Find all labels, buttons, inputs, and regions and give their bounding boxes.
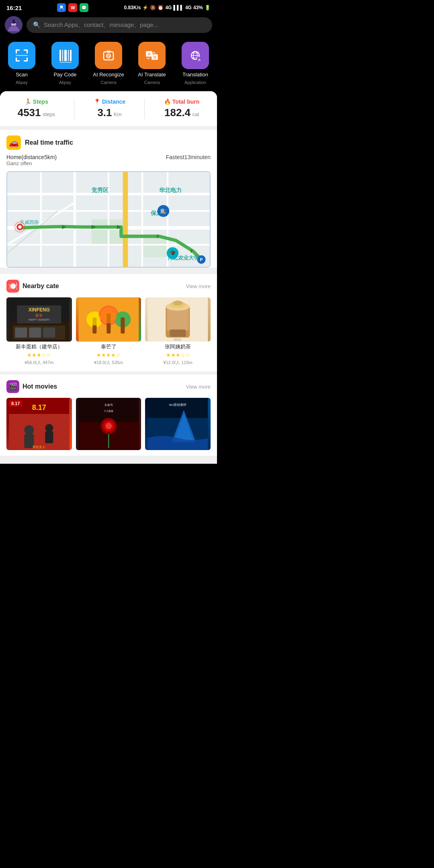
- traffic-header: 🚗 Real time traffic: [0, 130, 217, 154]
- traffic-icon: 🚗: [6, 135, 21, 150]
- svg-text:🚉: 🚉: [160, 208, 166, 214]
- food-item-2[interactable]: 泰芒了 ★★★★☆ ¥18.0/人 535m: [76, 297, 141, 366]
- svg-point-89: [88, 313, 100, 326]
- svg-rect-81: [43, 328, 55, 338]
- distance-value: 3.1 Km: [97, 106, 121, 119]
- app-paycode[interactable]: Pay Code Alipay: [47, 42, 83, 85]
- food-section-header: 🍽️ Nearby cate View more: [6, 280, 211, 293]
- svg-rect-22: [59, 62, 72, 63]
- paycode-label: Pay Code: [53, 72, 76, 78]
- status-bar: 16:21 W 💬 0.83K/s ⚡ 🔕 ⏰ 4G ▌▌▌ 4G 43% 🔋: [0, 0, 217, 14]
- movie-image-1: 8.17 8.17 那北女人: [6, 398, 72, 450]
- svg-point-104: [45, 424, 53, 432]
- traffic-info: Home(distance5km) Ganz offen Fastest13mi…: [0, 154, 217, 170]
- movie-item-3[interactable]: WJ原创测评: [145, 398, 211, 450]
- translation-icon: A: [182, 42, 209, 69]
- food-item-3[interactable]: 四北信 张阿姨奶茶 ★★★☆☆ ¥12.0/人 115m: [145, 297, 211, 366]
- paycode-sublabel: Alipay: [59, 80, 71, 85]
- svg-text:文: 文: [154, 55, 156, 59]
- svg-text:新丰: 新丰: [35, 313, 43, 317]
- app-aitranslate[interactable]: A 文 AI Translate Camera: [134, 42, 170, 85]
- food-info-3: ¥12.0/人 115m: [145, 360, 211, 366]
- svg-point-90: [100, 307, 117, 323]
- steps-divider-1: [74, 98, 74, 119]
- svg-text:AI: AI: [107, 54, 111, 58]
- movie-item-2[interactable]: 头条号 十大悬疑: [76, 398, 141, 450]
- movie-badge-1: 8.17: [9, 400, 22, 407]
- svg-text:天威西路: 天威西路: [20, 220, 39, 225]
- scan-label: Scan: [16, 72, 28, 78]
- svg-rect-16: [16, 55, 28, 56]
- calories-label: 🔥 Total burn: [164, 98, 199, 105]
- food-icon: 🍽️: [6, 280, 19, 293]
- food-item-1[interactable]: XINFENG 新丰 HAPPY BAKERY 新丰蛋糕（建华店） ★★★☆☆ …: [6, 297, 72, 366]
- steps-icon: 🏃: [25, 98, 31, 105]
- movies-view-more[interactable]: View more: [186, 384, 211, 390]
- translation-sublabel: Application: [184, 80, 206, 85]
- network-icon: 4G: [165, 5, 172, 10]
- steps-divider-2: [144, 98, 145, 119]
- nearby-food-card: 🍽️ Nearby cate View more XINFENG 新丰 HAPP…: [0, 274, 217, 371]
- food-info-1: ¥56.0/人 447m: [6, 360, 72, 366]
- airecognize-icon: AI: [95, 42, 122, 69]
- svg-rect-80: [29, 328, 41, 338]
- svg-text:四北信: 四北信: [174, 338, 182, 341]
- app-airecognize[interactable]: AI AI Recongize Camera: [90, 42, 127, 85]
- app-translation[interactable]: A Translation Application: [177, 42, 213, 85]
- food-name-1: 新丰蛋糕（建华店）: [6, 343, 72, 350]
- movies-section-title: Hot movies: [23, 383, 57, 390]
- battery-percent: 43%: [193, 5, 203, 10]
- hot-movies-card: 🎬 Hot movies View more 8.17 8.17: [0, 375, 217, 456]
- svg-rect-25: [106, 51, 111, 53]
- food-title-row: 🍽️ Nearby cate: [6, 280, 59, 293]
- svg-rect-88: [121, 317, 125, 334]
- movie-image-2: 头条号 十大悬疑: [76, 398, 141, 450]
- map-background: P 竞秀区 华北电力 天威西路 保定站 河北农业大学 🎓: [7, 172, 210, 267]
- app-scan[interactable]: Scan Alipay: [4, 42, 40, 85]
- svg-rect-13: [16, 57, 17, 61]
- avatar[interactable]: [5, 16, 23, 34]
- svg-text:A: A: [148, 52, 150, 56]
- map-container[interactable]: P 竞秀区 华北电力 天威西路 保定站 河北农业大学 🎓: [6, 171, 211, 268]
- distance-label: 📍 Distance: [94, 98, 125, 105]
- time: 16:21: [6, 4, 22, 11]
- system-status: 0.83K/s ⚡ 🔕 ⏰ 4G ▌▌▌ 4G 43% 🔋: [124, 5, 211, 10]
- steps-value: 4531 steps: [18, 106, 55, 119]
- food-image-3: 四北信: [145, 297, 211, 342]
- steps-label: 🏃 Steps: [25, 98, 48, 105]
- movies-title-row: 🎬 Hot movies: [6, 380, 57, 393]
- svg-point-6: [12, 23, 13, 24]
- svg-rect-21: [70, 50, 72, 61]
- svg-text:那北女人: 那北女人: [33, 445, 45, 449]
- movies-icon: 🎬: [6, 380, 19, 393]
- food-items-row: XINFENG 新丰 HAPPY BAKERY 新丰蛋糕（建华店） ★★★☆☆ …: [6, 297, 211, 366]
- food-section-title: Nearby cate: [23, 283, 59, 290]
- food-name-2: 泰芒了: [76, 343, 141, 350]
- battery-icon: 🔋: [205, 5, 211, 10]
- svg-rect-15: [27, 57, 28, 61]
- movies-section-header: 🎬 Hot movies View more: [6, 380, 211, 393]
- main-content: 🏃 Steps 4531 steps 📍 Distance 3.1 Km 🔥: [0, 91, 217, 464]
- search-placeholder: Search Apps、contact、message、page...: [44, 21, 158, 29]
- aitranslate-sublabel: Camera: [144, 80, 160, 85]
- svg-text:十大悬疑: 十大悬疑: [104, 410, 113, 412]
- airecognize-sublabel: Camera: [100, 80, 116, 85]
- svg-text:华北电力: 华北电力: [159, 187, 182, 193]
- bluetooth-icon: ⚡: [142, 5, 148, 10]
- speed: 0.83K/s: [124, 5, 141, 10]
- search-input[interactable]: 🔍 Search Apps、contact、message、page...: [27, 17, 212, 33]
- qq-icon: [57, 3, 66, 12]
- food-info-2: ¥18.0/人 535m: [76, 360, 141, 366]
- movie-item-1[interactable]: 8.17 8.17 那北女人: [6, 398, 72, 450]
- distance-icon: 📍: [94, 98, 100, 105]
- traffic-card: 🚗 Real time traffic Home(distance5km) Ga…: [0, 130, 217, 268]
- aitranslate-icon: A 文: [138, 42, 166, 69]
- traffic-fastest: Fastest13minuten: [166, 154, 211, 166]
- svg-point-96: [173, 301, 183, 305]
- movie-items-row: 8.17 8.17 那北女人: [6, 398, 211, 450]
- food-view-more[interactable]: View more: [186, 283, 211, 289]
- airecognize-label: AI Recongize: [93, 72, 124, 78]
- alarm-icon: ⏰: [158, 5, 164, 10]
- svg-rect-19: [64, 50, 67, 61]
- svg-text:竞秀区: 竞秀区: [92, 187, 108, 193]
